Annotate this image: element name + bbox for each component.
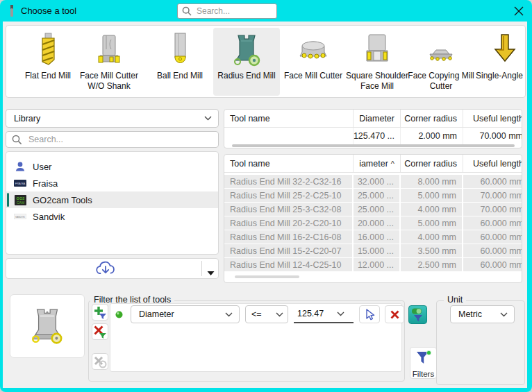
tool-type-single-angle-cutter[interactable]: Single-Angle Cutter	[473, 28, 526, 96]
cell-useful-length: 70.000 mm	[463, 189, 522, 202]
filter-operator-select[interactable]: <=	[245, 305, 288, 323]
clear-filters-button-disabled[interactable]	[92, 353, 108, 370]
tool-type-flat-end-mill[interactable]: Flat End Mill	[15, 28, 81, 96]
selection-bar	[7, 210, 9, 223]
column-header-diameter-sorted[interactable]: Diameter ^	[354, 155, 401, 172]
cell-diameter: 20.000 ...	[354, 216, 401, 230]
column-header-label: Corner radius	[404, 159, 457, 169]
dialog-tool-icon	[9, 5, 15, 17]
tool-type-ball-end-mill[interactable]: Ball End Mill	[147, 28, 213, 96]
library-search-box[interactable]	[6, 131, 219, 148]
user-icon	[14, 161, 26, 172]
table-row[interactable]: Radius End Mill 20-2-C20-10 20.000 ... 5…	[224, 216, 522, 230]
title-bar: Choose a tool	[0, 0, 532, 22]
selected-tool-row[interactable]: 125.470 ... 2.000 mm 70.000 mm	[224, 128, 522, 144]
table-row[interactable]: Radius End Mill 15-2-C20-07 15.000 ... 3…	[224, 244, 522, 257]
tool-type-label: Radius End Mill	[213, 71, 280, 81]
library-search-input[interactable]	[27, 134, 213, 145]
face-mill-cutter-icon	[295, 33, 331, 69]
search-icon	[12, 135, 22, 145]
svg-text:SANDVIK: SANDVIK	[15, 216, 26, 219]
unit-select[interactable]: Metric	[450, 305, 515, 323]
cell-diameter: 15.000 ...	[354, 244, 401, 257]
column-header-label: Useful length	[473, 159, 522, 169]
table-row[interactable]: Radius End Mill 32-2-C32-16 32.000 ... 8…	[224, 175, 522, 188]
delete-filter-row-button[interactable]	[385, 305, 404, 323]
tool-rows: Radius End Mill 32-2-C32-16 32.000 ... 8…	[224, 175, 522, 271]
library-item-fraisa[interactable]: FRAISA Fraisa	[6, 175, 218, 191]
add-filter-button[interactable]	[92, 304, 108, 321]
filter-field-select[interactable]: Diameter	[131, 305, 240, 323]
table-row[interactable]: Radius End Mill 25-2-C25-10 25.000 ... 5…	[224, 189, 522, 202]
sort-ascending-indicator: ^	[391, 160, 394, 168]
filters-button[interactable]: Filters	[410, 347, 437, 379]
single-angle-cutter-icon	[487, 33, 523, 69]
import-tools-button[interactable]	[6, 258, 219, 279]
column-header-label: Tool name	[230, 114, 270, 123]
table-row[interactable]: Radius End Mill 12-4-C25-10 12.000 ... 2…	[224, 258, 522, 271]
tool-type-label: Face Mill Cutter W/O Shank	[76, 71, 142, 91]
clear-filters-disabled-icon	[94, 355, 107, 368]
remove-filter-icon	[94, 325, 107, 339]
column-header-useful-length[interactable]: Useful length	[463, 155, 522, 172]
library-collection-value: Library	[6, 114, 204, 123]
cell-tool-name	[224, 128, 354, 144]
chevron-down-icon	[225, 312, 233, 317]
column-header-tool-name[interactable]: Tool name	[224, 155, 354, 172]
horizontal-scrollbar-thumb[interactable]	[235, 275, 299, 278]
selection-bar	[7, 176, 9, 190]
library-item-sandvik[interactable]: SANDVIK Sandvik	[6, 208, 218, 225]
remove-filter-button[interactable]	[92, 323, 108, 340]
cell-useful-length: 60.000 mm	[463, 258, 522, 271]
tool-type-label: Flat End Mill	[15, 71, 81, 81]
tool-type-face-mill-wo-shank[interactable]: Face Mill Cutter W/O Shank	[76, 28, 142, 96]
column-header-diameter[interactable]: Diameter	[354, 110, 401, 127]
tool-type-radius-end-mill[interactable]: Radius End Mill	[213, 28, 280, 96]
add-filter-icon	[94, 306, 107, 319]
radius-end-mill-preview-icon	[27, 306, 67, 346]
unit-group-legend: Unit	[444, 295, 466, 305]
pick-value-button[interactable]	[359, 305, 380, 323]
filter-value-input[interactable]	[294, 308, 335, 319]
column-header-label: Useful length	[473, 114, 522, 123]
cell-tool-name: Radius End Mill 20-2-C20-10	[224, 216, 354, 230]
filter-operator-value: <=	[246, 309, 276, 319]
table-row[interactable]: Radius End Mill 16-2-C16-08 16.000 ... 4…	[224, 230, 522, 244]
table-header-row: Tool name Diameter ^ Corner radius Usefu…	[224, 155, 522, 173]
tool-type-strip: Flat End Mill Face Mill Cutter W/O Shank…	[6, 25, 526, 98]
cell-tool-name: Radius End Mill 32-2-C32-16	[224, 175, 354, 188]
column-header-label: Diameter	[359, 159, 388, 169]
tool-type-face-mill-cutter[interactable]: Face Mill Cutter	[280, 28, 347, 96]
table-row[interactable]: Radius End Mill 25-3-C32-08 25.000 ... 4…	[224, 203, 522, 216]
import-dropdown-arrow[interactable]	[207, 266, 215, 279]
horizontal-scrollbar-thumb[interactable]	[232, 144, 515, 147]
title-search-input[interactable]	[195, 6, 272, 17]
filters-button-label: Filters	[410, 370, 436, 378]
library-item-go2cam-tools[interactable]: GO2CAM GO2cam Tools	[6, 191, 218, 208]
column-header-tool-name[interactable]: Tool name	[224, 110, 354, 127]
library-item-user[interactable]: User	[6, 158, 218, 175]
unit-value: Metric	[451, 309, 500, 319]
column-header-corner-radius[interactable]: Corner radius	[401, 155, 463, 172]
tool-type-face-copying-mill-cutter[interactable]: Face Copying Mill Cutter	[408, 28, 474, 96]
cell-corner-radius: 8.000 mm	[401, 175, 463, 188]
tool-type-square-shoulder-face-mill[interactable]: Square Shoulder Face Mill	[344, 28, 410, 96]
cell-diameter: 25.000 ...	[354, 189, 401, 202]
tool-type-label: Single-Angle Cutter	[473, 71, 526, 81]
selection-bar	[7, 160, 9, 173]
column-header-useful-length[interactable]: Useful length	[463, 110, 522, 127]
title-search-box[interactable]	[177, 3, 277, 19]
column-header-corner-radius[interactable]: Corner radius	[401, 110, 463, 127]
fraisa-logo: FRAISA	[14, 180, 26, 187]
choose-a-tool-dialog: Choose a tool Flat End Mill	[0, 0, 532, 392]
column-header-label: Corner radius	[404, 114, 457, 123]
cell-diameter: 16.000 ...	[354, 230, 401, 244]
close-icon[interactable]	[513, 6, 524, 17]
page-title: Choose a tool	[21, 0, 76, 22]
apply-filter-button[interactable]	[408, 305, 427, 324]
cursor-pointer-icon	[364, 309, 375, 321]
library-item-label: Fraisa	[33, 178, 58, 189]
library-collection-select[interactable]: Library	[6, 109, 219, 128]
filter-value-combobox[interactable]	[294, 305, 354, 323]
selected-tool-table: Tool name Diameter Corner radius Useful …	[224, 109, 522, 148]
